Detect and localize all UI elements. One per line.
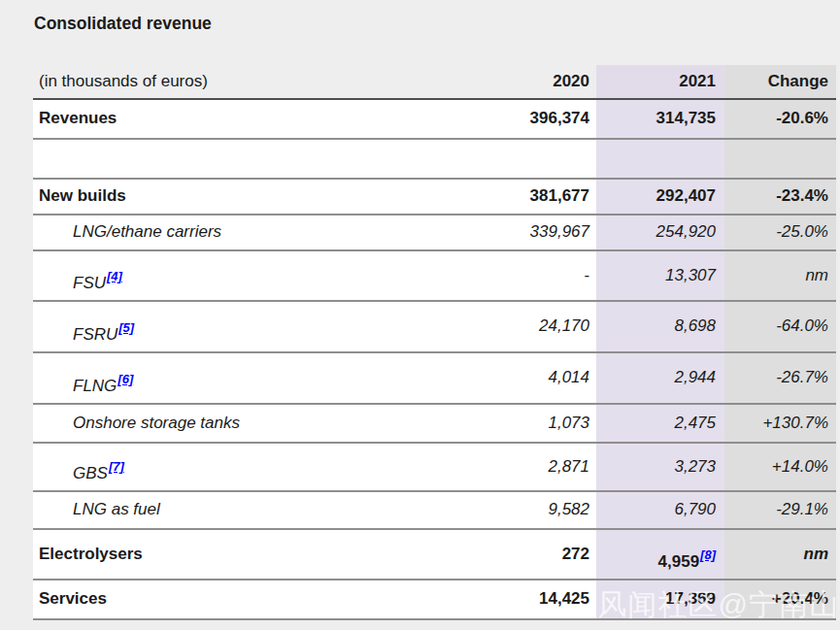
value-2020: 4,014	[460, 353, 596, 403]
value-change-text: -29.1%	[776, 501, 828, 519]
value-2021: 8,698	[596, 302, 724, 351]
value-2021-text: 292,407	[656, 187, 716, 206]
footnote-link[interactable]: [6]	[118, 373, 133, 385]
row-label: Services	[33, 580, 460, 618]
value-change: -64.0%	[724, 302, 836, 351]
value-2021-text: 2,475	[674, 414, 716, 433]
value-2020	[460, 140, 596, 178]
table-row: Services14,42517,369+20.4%	[33, 580, 836, 620]
value-2021: 292,407	[596, 180, 724, 214]
value-2020: 1,073	[460, 405, 596, 442]
row-label: FLNG[6]	[33, 353, 460, 403]
table-row: GBS[7]2,8713,273+14.0%	[33, 444, 836, 492]
footnote-link[interactable]: [4]	[107, 270, 122, 282]
table-row: FSRU[5]24,1708,698-64.0%	[33, 302, 836, 353]
footnote-link[interactable]: [7]	[109, 460, 124, 473]
value-2020: 2,871	[460, 444, 596, 490]
footnote-link[interactable]: [8]	[700, 548, 716, 561]
page: { "title": "Consolidated revenue", "wate…	[0, 0, 840, 630]
value-change-text: -23.4%	[776, 187, 828, 206]
value-2021: 254,920	[596, 216, 724, 249]
value-2021-text: 6,790	[674, 501, 716, 519]
value-2021	[596, 140, 724, 178]
table-body: Revenues396,374314,735-20.6%New builds38…	[33, 100, 836, 620]
value-2021-text: 8,698	[674, 317, 716, 336]
value-change-text: +14.0%	[772, 458, 828, 477]
value-change-text: -64.0%	[776, 317, 828, 336]
row-label: Revenues	[33, 100, 460, 138]
row-label-text: LNG as fuel	[73, 501, 160, 519]
value-2021-text: 17,369	[665, 590, 716, 609]
value-change: -25.0%	[724, 216, 836, 249]
revenue-table: (in thousands of euros) 2020 2021 Change…	[33, 65, 836, 620]
row-label-text: GBS	[73, 465, 108, 483]
row-label: Electrolysers	[33, 530, 460, 579]
table-row: Electrolysers2724,959[8]nm	[33, 530, 836, 580]
value-2021: 4,959[8]	[596, 530, 724, 579]
value-2021-text: 254,920	[656, 223, 716, 242]
value-change: +20.4%	[724, 580, 836, 618]
row-label-text: New builds	[39, 187, 126, 206]
value-2020: 272	[460, 530, 596, 579]
row-label: FSU[4]	[33, 251, 460, 300]
value-change: -29.1%	[724, 492, 836, 528]
value-change-text: nm	[804, 546, 829, 564]
value-2021-text: 2,944	[674, 369, 716, 387]
value-2021-text: 4,959	[658, 553, 700, 572]
row-label: LNG/ethane carriers	[33, 216, 460, 249]
value-2020: 24,170	[460, 302, 596, 351]
value-2021: 6,790	[596, 492, 724, 528]
footnote-link[interactable]: [5]	[118, 321, 134, 334]
row-label: New builds	[33, 180, 460, 214]
col-header-2020: 2020	[460, 65, 596, 98]
row-label-text: Revenues	[39, 110, 117, 128]
table-row: LNG as fuel9,5826,790-29.1%	[33, 492, 836, 530]
value-2021: 3,273	[596, 444, 724, 490]
value-change-text: -20.6%	[776, 110, 828, 128]
value-change: -26.7%	[724, 353, 836, 403]
value-2020: 339,967	[460, 216, 596, 249]
value-2020: 9,582	[460, 492, 596, 528]
value-2020: 396,374	[460, 100, 596, 138]
row-label: GBS[7]	[33, 444, 460, 490]
table-row: New builds381,677292,407-23.4%	[33, 180, 836, 216]
value-change-text: -25.0%	[776, 223, 828, 242]
row-label-text: Electrolysers	[39, 546, 143, 564]
row-label-text: FSRU	[73, 326, 118, 345]
value-change-text: +20.4%	[772, 590, 828, 609]
value-change: +130.7%	[724, 405, 836, 442]
spacer-row	[33, 140, 836, 180]
value-change: -20.6%	[724, 100, 836, 138]
value-change: -23.4%	[724, 180, 836, 214]
value-2021-text: 13,307	[665, 267, 716, 285]
row-label: LNG as fuel	[33, 492, 460, 528]
unit-label: (in thousands of euros)	[33, 65, 460, 98]
table-row: FSU[4]-13,307nm	[33, 251, 836, 302]
row-label: FSRU[5]	[33, 302, 460, 351]
value-change-text: +130.7%	[762, 414, 828, 433]
value-2021-text: 3,273	[674, 458, 716, 477]
row-label-text: Services	[39, 590, 107, 609]
value-change	[724, 140, 836, 178]
page-title: Consolidated revenue	[34, 14, 212, 34]
row-label	[33, 140, 460, 178]
value-2021: 314,735	[596, 100, 724, 138]
value-change-text: -26.7%	[776, 369, 828, 387]
table-row: FLNG[6]4,0142,944-26.7%	[33, 353, 836, 405]
value-2021-text: 314,735	[656, 110, 716, 128]
row-label: Onshore storage tanks	[33, 405, 460, 442]
table-header-row: (in thousands of euros) 2020 2021 Change	[33, 65, 836, 100]
row-label-text: FLNG	[73, 378, 117, 396]
value-2020: 14,425	[460, 580, 596, 618]
table-row: Revenues396,374314,735-20.6%	[33, 100, 836, 140]
value-2021: 13,307	[596, 251, 724, 300]
row-label-text: Onshore storage tanks	[73, 414, 240, 433]
row-label-text: FSU	[73, 275, 106, 293]
value-change-text: nm	[805, 267, 828, 285]
value-2021: 2,475	[596, 405, 724, 442]
value-2021: 17,369	[596, 580, 724, 618]
value-change: nm	[724, 530, 836, 579]
col-header-change: Change	[724, 65, 836, 98]
table-row: LNG/ethane carriers339,967254,920-25.0%	[33, 216, 836, 251]
value-2020: -	[460, 251, 596, 300]
